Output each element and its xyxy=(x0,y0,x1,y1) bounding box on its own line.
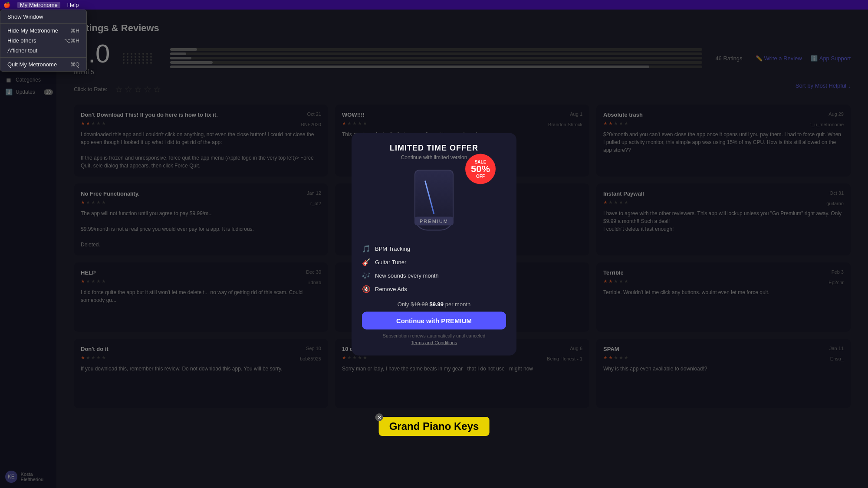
menu-bar: 🍎 My Metronome Help xyxy=(0,0,868,10)
premium-modal: LIMITED TIME OFFER Continue with limited… xyxy=(352,133,516,355)
hide-app-item[interactable]: Hide My Metronome ⌘H xyxy=(0,26,86,36)
features-list: 🎵 BPM Tracking 🎸 Guitar Tuner 🎶 New soun… xyxy=(362,242,506,295)
show-window-item[interactable]: Show Window xyxy=(0,12,86,22)
metronome-body: PREMIUM xyxy=(414,170,454,230)
feature-guitar: 🎸 Guitar Tuner xyxy=(362,255,506,269)
price-row: Only $19.99 $9.99 per month xyxy=(362,301,506,307)
tooltip-label: Grand Piano Keys xyxy=(389,420,479,432)
offer-title: LIMITED TIME OFFER xyxy=(362,143,506,152)
bpm-icon: 🎵 xyxy=(362,244,371,252)
apple-menu[interactable]: 🍎 xyxy=(3,2,10,8)
premium-device-label: PREMIUM xyxy=(414,216,454,225)
sale-badge: SALE 50% OFF xyxy=(465,154,496,184)
terms-link[interactable]: Terms and Conditions xyxy=(362,340,506,345)
new-price: $9.99 xyxy=(430,301,444,307)
sounds-icon: 🎶 xyxy=(362,271,371,279)
ads-icon: 🔇 xyxy=(362,285,371,293)
price-period: per month xyxy=(445,301,471,307)
feature-label: BPM Tracking xyxy=(375,245,410,252)
feature-label: Remove Ads xyxy=(375,285,407,292)
menu-separator-2 xyxy=(0,57,86,58)
feature-sounds: 🎶 New sounds every month xyxy=(362,269,506,282)
old-price: $19.99 xyxy=(411,301,428,307)
subscription-note: Subscription renews automatically until … xyxy=(362,333,506,338)
close-tooltip-button[interactable]: ✕ xyxy=(375,413,383,421)
guitar-icon: 🎸 xyxy=(362,258,371,266)
feature-label: Guitar Tuner xyxy=(375,259,406,265)
menu-separator xyxy=(0,23,86,24)
quit-item[interactable]: Quit My Metronome ⌘Q xyxy=(0,59,86,69)
feature-ads: 🔇 Remove Ads xyxy=(362,282,506,295)
feature-label: New sounds every month xyxy=(375,272,439,278)
feature-bpm: 🎵 BPM Tracking xyxy=(362,242,506,255)
app-menu[interactable]: My Metronome xyxy=(17,2,60,8)
grand-piano-tooltip: ✕ Grand Piano Keys xyxy=(379,417,490,436)
metronome-illustration: PREMIUM xyxy=(408,165,460,235)
continue-premium-button[interactable]: Continue with PREMIUM xyxy=(362,311,506,329)
metronome-needle xyxy=(424,180,435,214)
help-menu[interactable]: Help xyxy=(67,2,79,8)
hide-others-item[interactable]: Hide others ⌥⌘H xyxy=(0,36,86,46)
app-dropdown-menu: Show Window Hide My Metronome ⌘H Hide ot… xyxy=(0,10,87,72)
afficher-tout-item[interactable]: Afficher tout xyxy=(0,46,86,56)
